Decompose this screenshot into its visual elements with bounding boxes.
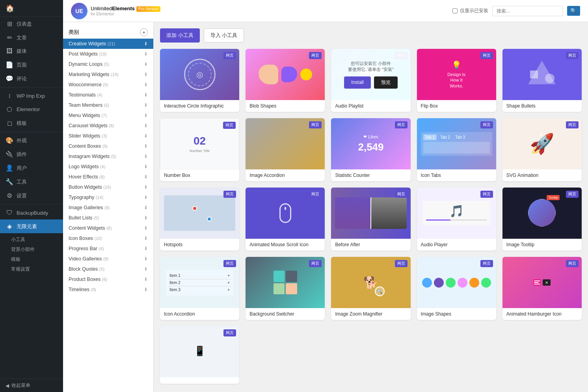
widget-card-interactive-circle[interactable]: ◎ 网页 Interactive Circle Infographic	[160, 49, 239, 112]
left-panel-item-image-galleries[interactable]: Image Galleries (8)⬇	[63, 203, 153, 213]
download-icon: ⬇	[144, 174, 148, 180]
preview-button[interactable]: 预览	[374, 76, 398, 89]
widget-card-image-accordion[interactable]: 网页 Image Accordion	[246, 118, 325, 181]
left-panel-item-content-boxes[interactable]: Content Boxes (9)⬇	[63, 141, 153, 151]
widget-card-icon-tabs[interactable]: Tab 1Tab 2Tab 3 网页 Icon Tabs	[417, 118, 496, 181]
left-panel-item-progress-bar[interactable]: Progress Bar (4)⬇	[63, 243, 153, 254]
install-button[interactable]: Install	[344, 76, 370, 89]
widget-card-number-box[interactable]: 02Number Title 网页 Number Box	[160, 118, 239, 181]
widget-card-hamburger-icon[interactable]: ✕ 网页 Animated Hamburger Icon	[502, 257, 582, 320]
left-panel-item-creative-widgets[interactable]: Creative Widgets (21)⬇	[63, 39, 153, 49]
search-input[interactable]	[492, 6, 563, 16]
widget-card-flip-box[interactable]: 💡Design IsHow ItWorks. 网页 Flip Box	[417, 49, 496, 112]
import-widget-button[interactable]: 导入 小工具	[204, 28, 244, 43]
panel-item-count: (16)	[103, 185, 111, 189]
widget-card-animated-scroll[interactable]: 网页 Animated Mouse Scroll Icon	[246, 188, 325, 251]
left-panel-item-block-quotes[interactable]: Block Quotes (5)⬇	[63, 264, 153, 274]
left-panel-item-woocommerce[interactable]: Woocommerce (6)⬇	[63, 80, 153, 90]
download-icon: ⬇	[144, 61, 148, 67]
left-panel-item-carousel-widgets[interactable]: Carousel Widgets (8)⬇	[63, 121, 153, 131]
sidebar-item-appearance[interactable]: 🎨 外观	[0, 134, 63, 147]
widget-badge: 网页	[309, 121, 322, 128]
widget-card-bg-switcher[interactable]: 网页 Background Switcher	[246, 257, 325, 320]
show-installed-checkbox[interactable]	[452, 8, 458, 13]
widget-badge: 网页	[223, 52, 236, 59]
left-panel-item-menu-widgets[interactable]: Menu Widgets (7)⬇	[63, 110, 153, 121]
left-panel-item-timelines[interactable]: Timelines (8)⬇	[63, 284, 153, 295]
brand-sub: for Elementor	[91, 12, 160, 17]
widget-card-zoom-magnifier[interactable]: 🐕🔍 网页 Image Zoom Magnifier	[331, 257, 410, 320]
sidebar-item-users[interactable]: 👤 用户	[0, 161, 63, 175]
widget-card-audio-player[interactable]: 🎵 网页 Audio Player	[417, 188, 496, 251]
left-panel-item-slider-widgets[interactable]: Slider Widgets (3)⬇	[63, 131, 153, 141]
sidebar-sub-bg-widgets[interactable]: 背景小部件	[0, 245, 63, 255]
add-category-button[interactable]: +	[140, 28, 148, 36]
left-panel-item-testimonials[interactable]: Testimonials (4)⬇	[63, 90, 153, 100]
sidebar-item-dashboard[interactable]: ⊞ 仪表盘	[0, 17, 63, 31]
sidebar-item-templates[interactable]: ◻ 模板	[0, 116, 63, 130]
download-icon: ⬇	[144, 184, 148, 190]
sidebar-item-articles[interactable]: ✏ 文章	[0, 31, 63, 45]
left-panel-item-icon-boxes[interactable]: Icon Boxes (10)⬇	[63, 233, 153, 243]
left-panel-item-team-members[interactable]: Team Members (6)⬇	[63, 100, 153, 110]
sidebar-item-comments[interactable]: 💬 评论	[0, 72, 63, 85]
widget-card-image-tooltip[interactable]: Tooltip 网页 Image Tooltip	[502, 188, 582, 251]
widget-grid: ◎ 网页 Interactive Circle Infographic 网页 B…	[160, 49, 582, 384]
sidebar-item-media[interactable]: 🖼 媒体	[0, 45, 63, 58]
sidebar-item-wpimpexp[interactable]: ↕ WP Imp Exp	[0, 89, 63, 102]
widget-card-svg-animation[interactable]: 🚀 网页 SVG Animation	[502, 118, 582, 181]
panel-item-count: (4)	[100, 164, 105, 169]
left-panel-item-hover-effects[interactable]: Hover Effects (8)⬇	[63, 172, 153, 182]
widget-name: Statistic Counter	[331, 169, 410, 181]
add-widget-button[interactable]: 添加 小工具	[160, 28, 200, 43]
panel-item-label: Product Boxes (6)	[69, 277, 107, 282]
sidebar-item-unlimited[interactable]: ◈ 无限元素	[0, 219, 63, 233]
sidebar-divider	[0, 87, 63, 87]
sidebar-sub-widgets[interactable]: 小工具	[0, 235, 63, 245]
widget-card-blob-shapes[interactable]: 网页 Blob Shapes	[246, 49, 325, 112]
widget-card-audio-playlist[interactable]: ▶ Track 1◼ Track 2 网页 您可以安装它 小部件要使用它, 请单…	[331, 49, 410, 112]
sidebar-item-tools[interactable]: 🔧 工具	[0, 175, 63, 189]
left-panel-item-typography[interactable]: Typography (14)⬇	[63, 192, 153, 203]
left-panel-item-marketing-widgets[interactable]: Marketing Widgets (19)⬇	[63, 69, 153, 80]
panel-item-label: Icon Boxes (10)	[69, 236, 102, 241]
left-panel-item-dynamic-loops[interactable]: Dynamic Loops (5)⬇	[63, 59, 153, 69]
wpimpexp-icon: ↕	[6, 92, 13, 99]
left-panel-item-instagram-widgets[interactable]: Instagram Widgets (5)⬇	[63, 151, 153, 162]
sidebar-item-plugins[interactable]: 🔌 插件	[0, 147, 63, 161]
left-panel-item-product-boxes[interactable]: Product Boxes (6)⬇	[63, 274, 153, 284]
search-button[interactable]: 🔍	[567, 6, 580, 16]
widget-thumb: 💡Design IsHow ItWorks. 网页	[417, 49, 496, 100]
widget-card-statistic-counter[interactable]: ❤ Likes2,549 网页 Statistic Counter	[331, 118, 410, 181]
sidebar-item-settings[interactable]: ⚙ 设置	[0, 189, 63, 203]
widget-card-hotspots[interactable]: 网页 Hotspots	[160, 188, 239, 251]
panel-item-count: (9)	[102, 144, 107, 149]
sidebar-item-elementor[interactable]: ⬡ Elementor	[0, 102, 63, 116]
show-installed-checkbox-label[interactable]: 仅显示已安装	[452, 7, 488, 14]
left-panel-item-bullet-lists[interactable]: Bullet Lists (5)⬇	[63, 213, 153, 223]
panel-item-count: (18)	[99, 52, 107, 56]
logo-text: UE	[75, 8, 83, 14]
left-panel-item-post-widgets[interactable]: Post Widgets (18)⬇	[63, 49, 153, 59]
widget-thumb: 网页	[246, 118, 325, 169]
widget-card-icon-accordion[interactable]: Item 1 +Item 2 +Item 3 + 网页 Icon Accordi…	[160, 257, 239, 320]
sidebar-item-pages[interactable]: 📄 页面	[0, 58, 63, 72]
panel-item-count: (5)	[94, 216, 99, 220]
widget-card-new-widget[interactable]: 📱 网页	[160, 326, 239, 384]
left-panel-item-button-widgets[interactable]: Button Widgets (16)⬇	[63, 182, 153, 192]
left-panel-item-logo-widgets[interactable]: Logo Widgets (4)⬇	[63, 162, 153, 172]
left-panel-item-video-galleries[interactable]: Video Galleries (8)⬇	[63, 254, 153, 264]
widget-card-before-after[interactable]: 网页 Before After	[331, 188, 410, 251]
panel-item-label: Team Members (6)	[69, 102, 109, 108]
panel-item-count: (4)	[99, 246, 104, 251]
widget-name: Animated Hamburger Icon	[502, 308, 582, 320]
left-panel-item-content-widgets[interactable]: Content Widgets (8)⬇	[63, 223, 153, 233]
collapse-menu-button[interactable]: ◀ 收起菜单	[0, 379, 63, 392]
panel-item-label: Content Widgets (8)	[69, 225, 112, 231]
sidebar-sub-settings[interactable]: 常规设置	[0, 264, 63, 274]
widget-card-image-shapes[interactable]: 网页 Image Shapes	[417, 257, 496, 320]
sidebar-sub-templates[interactable]: 模板	[0, 255, 63, 264]
content-area: 类别 + Creative Widgets (21)⬇Post Widgets …	[63, 22, 588, 392]
sidebar-item-backupbuddy[interactable]: 🛡 BackupBuddy	[0, 206, 63, 219]
widget-card-shape-bullets[interactable]: 网页 Shape Bullets	[502, 49, 582, 112]
